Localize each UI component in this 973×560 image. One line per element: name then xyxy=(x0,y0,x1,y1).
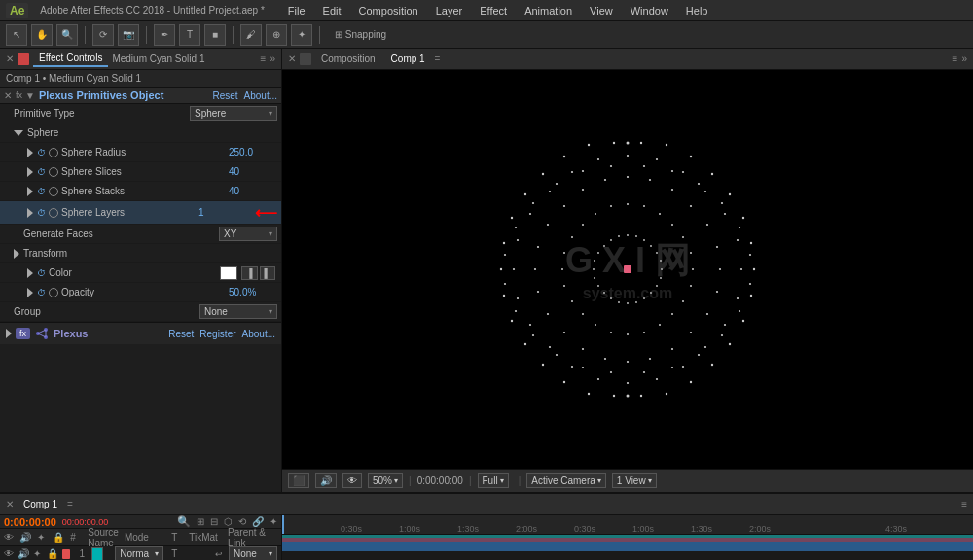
clone-tool[interactable]: ⊕ xyxy=(266,24,287,46)
sphere-stacks-triangle[interactable] xyxy=(27,187,33,196)
svg-point-134 xyxy=(660,277,662,279)
timeline-close[interactable]: ✕ xyxy=(6,499,14,509)
effect-about-btn[interactable]: About... xyxy=(244,90,277,101)
comp-panel-menu[interactable]: ≡ xyxy=(953,53,958,64)
layer-vis-eye[interactable]: 👁 xyxy=(4,548,14,559)
primitive-type-dropdown[interactable]: Sphere ▾ xyxy=(190,106,277,121)
zoom-control[interactable]: 50% ▾ xyxy=(368,473,403,488)
color-mode-alt[interactable]: ▌ xyxy=(260,266,275,280)
layer-color-box[interactable] xyxy=(91,547,103,561)
effect-toggle-btn[interactable]: ✕ xyxy=(4,90,12,101)
color-label: Color xyxy=(49,267,220,278)
layer-parent-dropdown[interactable]: None ▾ xyxy=(229,546,277,560)
layer-vis-lock[interactable]: 🔒 xyxy=(47,548,58,559)
camera-tool[interactable]: 📷 xyxy=(118,24,139,46)
color-swatch[interactable] xyxy=(220,266,237,280)
group-dropdown[interactable]: None ▾ xyxy=(199,304,277,319)
menu-animation[interactable]: Animation xyxy=(521,3,576,18)
pen-tool[interactable]: ✒ xyxy=(154,24,175,46)
sphere-slices-triangle[interactable] xyxy=(27,167,33,177)
effect-controls-tab[interactable]: Effect Controls xyxy=(33,51,108,67)
sphere-slices-keyframe[interactable] xyxy=(49,167,58,177)
search-icon[interactable]: 🔍 xyxy=(177,515,191,528)
layer-vis-solo[interactable]: ✦ xyxy=(33,548,43,559)
sphere-stacks-value[interactable]: 40 xyxy=(229,186,277,196)
tl-btn-2[interactable]: ⊟ xyxy=(210,516,218,527)
fx-plexus-triangle[interactable] xyxy=(6,329,12,338)
select-tool[interactable]: ↖ xyxy=(6,24,27,46)
sphere-section-triangle[interactable] xyxy=(14,130,23,136)
sphere-layers-value[interactable]: 1 xyxy=(198,207,247,218)
menu-effect[interactable]: Effect xyxy=(476,3,511,18)
shape-tool[interactable]: ■ xyxy=(204,24,226,46)
tl-btn-1[interactable]: ⊞ xyxy=(197,516,204,527)
quality-control[interactable]: Full ▾ xyxy=(478,473,509,488)
color-mode-normal[interactable]: ▐ xyxy=(241,266,257,280)
sphere-stacks-row: ⏱ Sphere Stacks 40 xyxy=(0,182,281,201)
effect-reset-btn[interactable]: Reset xyxy=(212,90,237,101)
panel-menu-btn[interactable]: ≡ xyxy=(261,53,267,64)
color-stopwatch[interactable]: ⏱ xyxy=(37,268,46,278)
menu-composition[interactable]: Composition xyxy=(355,3,422,18)
hand-tool[interactable]: ✋ xyxy=(31,24,53,46)
opacity-value[interactable]: 50.0% xyxy=(229,287,277,298)
sphere-radius-keyframe[interactable] xyxy=(49,148,58,158)
comp-render-btn[interactable]: ⬛ xyxy=(288,473,309,488)
tl-btn-6[interactable]: ✦ xyxy=(270,516,277,527)
view-control[interactable]: Active Camera ▾ xyxy=(526,473,606,488)
layer-mode-dropdown[interactable]: Norma ▾ xyxy=(115,546,163,560)
comp-audio-btn[interactable]: 🔊 xyxy=(315,473,337,488)
composition-tab-label: Composition xyxy=(315,52,381,66)
tl-btn-5[interactable]: 🔗 xyxy=(252,516,264,527)
playhead[interactable] xyxy=(282,515,284,534)
opacity-stopwatch[interactable]: ⏱ xyxy=(37,288,46,298)
comp-preview-btn[interactable]: 👁 xyxy=(342,473,362,488)
sphere-radius-stopwatch[interactable]: ⏱ xyxy=(37,148,46,158)
layer-play-btn[interactable] xyxy=(62,549,70,559)
fx-reset-btn[interactable]: Reset xyxy=(168,329,194,339)
composition-canvas[interactable]: G X I 网 system.com xyxy=(282,70,973,469)
opacity-triangle[interactable] xyxy=(27,288,33,298)
sphere-stacks-stopwatch[interactable]: ⏱ xyxy=(37,187,46,196)
fx-about-btn[interactable]: About... xyxy=(242,329,275,339)
layer-vis-audio[interactable]: 🔊 xyxy=(18,548,29,559)
sphere-slices-value[interactable]: 40 xyxy=(229,166,277,177)
sphere-slices-stopwatch[interactable]: ⏱ xyxy=(37,167,46,177)
timeline-comp-tab[interactable]: Comp 1 xyxy=(18,497,63,511)
text-tool[interactable]: T xyxy=(179,24,200,46)
timecode-display[interactable]: 0:00:00:00 xyxy=(4,516,56,528)
menu-edit[interactable]: Edit xyxy=(319,3,345,18)
effect-triangle[interactable]: ▼ xyxy=(25,90,35,101)
zoom-tool[interactable]: 🔍 xyxy=(56,24,78,46)
svg-point-110 xyxy=(716,291,718,293)
opacity-keyframe[interactable] xyxy=(49,288,58,298)
left-panel: ✕ Effect Controls Medium Cyan Solid 1 ≡ … xyxy=(0,49,282,492)
sphere-layers-keyframe[interactable] xyxy=(49,208,58,218)
rotate-tool[interactable]: ⟳ xyxy=(92,24,114,46)
fx-register-btn[interactable]: Register xyxy=(199,329,235,339)
generate-faces-dropdown[interactable]: XY ▾ xyxy=(219,227,277,241)
menu-window[interactable]: Window xyxy=(627,3,672,18)
color-triangle[interactable] xyxy=(27,268,33,278)
sphere-layers-triangle[interactable] xyxy=(27,208,33,218)
transform-triangle[interactable] xyxy=(14,249,19,259)
comp-name-tab[interactable]: Comp 1 xyxy=(385,52,431,66)
comp-panel-close[interactable]: ✕ xyxy=(288,53,296,64)
tl-btn-3[interactable]: ⬡ xyxy=(224,516,233,527)
comp-panel-expand[interactable]: » xyxy=(961,53,967,64)
menu-view[interactable]: View xyxy=(586,3,617,18)
panel-expand-btn[interactable]: » xyxy=(270,53,275,64)
timeline-menu-btn[interactable]: ≡ xyxy=(961,499,967,509)
puppet-tool[interactable]: ✦ xyxy=(291,24,312,46)
menu-help[interactable]: Help xyxy=(682,3,712,18)
sphere-radius-triangle[interactable] xyxy=(27,148,33,158)
menu-file[interactable]: File xyxy=(284,3,309,18)
panel-close-x[interactable]: ✕ xyxy=(6,53,14,64)
sphere-radius-value[interactable]: 250.0 xyxy=(229,147,277,158)
paint-tool[interactable]: 🖌 xyxy=(240,24,262,46)
tl-btn-4[interactable]: ⟲ xyxy=(238,516,246,527)
sphere-stacks-keyframe[interactable] xyxy=(49,187,58,196)
menu-layer[interactable]: Layer xyxy=(432,3,467,18)
views-count-control[interactable]: 1 View ▾ xyxy=(612,473,657,488)
sphere-layers-stopwatch[interactable]: ⏱ xyxy=(37,208,46,218)
